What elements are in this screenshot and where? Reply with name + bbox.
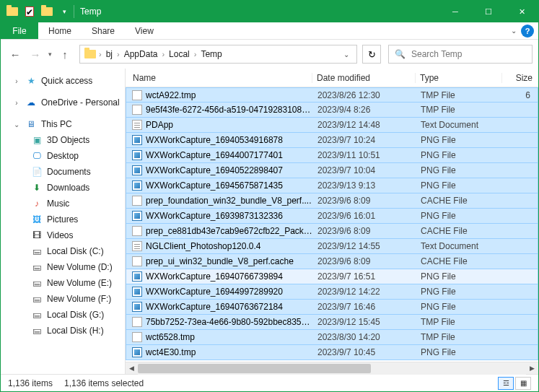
file-row[interactable]: WXWorkCapture_169449972899202023/9/12 14… [126,284,538,300]
help-icon[interactable]: ? [521,25,534,38]
file-type: Text Document [416,120,503,130]
sidebar-item[interactable]: 🖴Local Disk (H:) [1,323,125,339]
file-date: 2023/8/26 12:30 [313,90,416,100]
file-tab[interactable]: File [1,22,38,39]
file-row[interactable]: 75bb7252-73ea-4e66-9b80-592bbec835d...20… [126,315,538,330]
search-input[interactable]: 🔍 Search Temp [388,45,533,64]
file-icon [132,256,142,266]
crumb[interactable]: bj [103,49,115,59]
col-size-header[interactable]: Size [502,73,538,83]
file-name: WXWorkCapture_16940763672184 [146,302,283,312]
file-row[interactable]: wctA922.tmp2023/8/26 12:30TMP File6 [126,87,538,103]
col-date-header[interactable]: Date modified [312,73,416,83]
horizontal-scrollbar[interactable]: ◀ ▶ [126,362,538,374]
sidebar-item[interactable]: 🖴New Volume (F:) [1,291,125,307]
qat-dropdown-icon[interactable]: ▾ [58,8,71,15]
crumb[interactable]: Temp [198,49,224,59]
file-row[interactable]: prep_foundation_win32_bundle_V8_perf....… [126,193,538,209]
sidebar-item[interactable]: 📄Documents [1,164,125,180]
file-row[interactable]: wct4E30.tmp2023/9/7 10:45PNG File [126,345,538,360]
file-icon [132,150,142,160]
sidebar-this-pc[interactable]: ⌄ 🖥 This PC [1,116,125,132]
file-name: NGLClient_Photoshop120.0.4 [146,241,260,251]
navigation-pane[interactable]: › ★ Quick access › ☁ OneDrive - Personal… [1,69,126,374]
file-name: WXWorkCapture_16944997289920 [146,287,283,297]
folder-icon [83,47,97,61]
status-bar: 1,136 items 1,136 items selected ☲ ▦ [1,374,538,391]
videos-icon: 🎞 [31,230,43,241]
file-row[interactable]: WXWorkCapture_169456758714352023/9/13 9:… [126,178,538,193]
file-icon [132,105,142,115]
col-name-header[interactable]: Name [126,73,312,83]
file-type: TMP File [416,317,503,327]
file-row[interactable]: prep_ce881db43e7cab9e672cfb22_Packa...20… [126,224,538,239]
file-type: PNG File [416,287,503,297]
file-date: 2023/9/7 16:46 [313,302,416,312]
ribbon-collapse-icon[interactable]: ⌄ [511,27,517,35]
file-icon [132,302,142,312]
file-row[interactable]: NGLClient_Photoshop120.0.42023/9/12 14:5… [126,239,538,254]
address-dropdown-icon[interactable]: ⌄ [339,51,354,58]
new-folder-icon[interactable] [40,4,54,19]
sidebar-onedrive[interactable]: › ☁ OneDrive - Personal [1,95,125,110]
pc-icon: 🖥 [25,118,37,130]
scroll-thumb[interactable] [138,364,371,373]
properties-icon[interactable]: ✔ [22,4,37,19]
file-row[interactable]: WXWorkCapture_169440071774012023/9/11 10… [126,148,538,163]
file-row[interactable]: WXWorkCapture_169407667398942023/9/7 16:… [126,269,538,284]
crumb[interactable]: Local [166,49,193,59]
item-count: 1,136 items [8,378,53,388]
file-icon [132,347,142,357]
share-tab[interactable]: Share [82,22,125,39]
file-type: PNG File [416,302,503,312]
details-view-button[interactable]: ☲ [498,377,514,390]
sidebar-item[interactable]: 🖼Pictures [1,212,125,227]
file-type: PNG File [416,180,503,191]
file-icon [132,90,142,100]
sidebar-item[interactable]: 🖴Local Disk (C:) [1,243,125,259]
crumb[interactable]: AppData [121,49,161,59]
file-row[interactable]: 9e5f43fe-6272-456d-a519-04719283108b.t..… [126,103,538,118]
view-tab[interactable]: View [125,22,164,39]
forward-button[interactable]: → [27,45,44,63]
up-button[interactable]: ↑ [56,45,74,63]
sidebar-item[interactable]: 🖴New Volume (D:) [1,259,125,275]
scroll-right-icon[interactable]: ▶ [526,362,538,375]
col-type-header[interactable]: Type [416,73,502,83]
large-icons-view-button[interactable]: ▦ [515,377,531,390]
sidebar-quick-access[interactable]: › ★ Quick access [1,73,125,89]
file-row[interactable]: WXWorkCapture_169398731323362023/9/6 16:… [126,209,538,224]
sidebar-item[interactable]: 🖴New Volume (E:) [1,275,125,291]
title-bar: ✔ ▾ Temp ─ ☐ ✕ [1,1,538,22]
history-dropdown-icon[interactable]: ▾ [47,51,53,58]
file-icon [132,196,142,206]
home-tab[interactable]: Home [38,22,82,39]
qat: ✔ [1,4,58,19]
file-row[interactable]: WXWorkCapture_169405228984072023/9/7 10:… [126,163,538,178]
sidebar-item[interactable]: ▣3D Objects [1,132,125,148]
file-row[interactable]: wct6528.tmp2023/8/30 14:20TMP File [126,330,538,345]
file-date: 2023/9/7 10:04 [313,165,416,175]
sidebar-item[interactable]: ♪Music [1,196,125,212]
back-button[interactable]: ← [6,45,24,63]
file-row[interactable]: WXWorkCapture_169405349168782023/9/7 10:… [126,133,538,148]
file-type: CACHE File [416,256,503,266]
file-row[interactable]: PDApp2023/9/12 14:48Text Document [126,118,538,133]
sidebar-item[interactable]: 🎞Videos [1,227,125,243]
address-bar[interactable]: › bj› AppData› Local› Temp ⌄ [79,45,357,64]
sidebar-item[interactable]: ⬇Downloads [1,180,125,196]
file-name: prep_ui_win32_bundle_V8_perf.cache [146,256,294,266]
file-icon [132,241,142,251]
maximize-button[interactable]: ☐ [472,1,505,22]
refresh-button[interactable]: ↻ [362,45,381,64]
minimize-button[interactable]: ─ [439,1,472,22]
file-list[interactable]: wctA922.tmp2023/8/26 12:30TMP File69e5f4… [126,87,538,362]
sidebar-item[interactable]: 🖴Local Disk (G:) [1,307,125,323]
file-row[interactable]: prep_ui_win32_bundle_V8_perf.cache2023/9… [126,254,538,269]
sidebar-item[interactable]: 🖵Desktop [1,148,125,164]
close-button[interactable]: ✕ [505,1,538,22]
file-name: wctA922.tmp [146,90,196,100]
file-type: PNG File [416,211,503,221]
file-row[interactable]: WXWorkCapture_169407636721842023/9/7 16:… [126,300,538,315]
scroll-left-icon[interactable]: ◀ [126,362,138,375]
